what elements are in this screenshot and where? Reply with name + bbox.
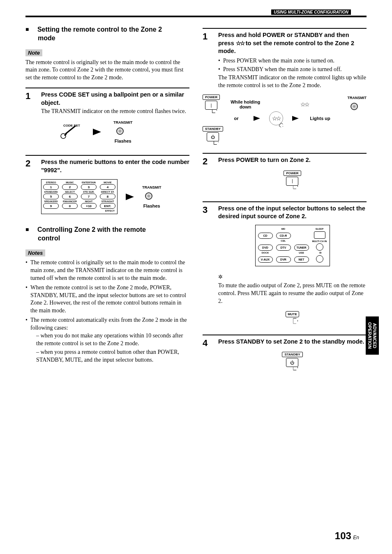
sidebar-tab: ADVANCED OPERATION	[366, 316, 379, 355]
header-rule	[25, 16, 367, 17]
kp-label: STANDARD	[43, 191, 59, 193]
step-head: Press and hold POWER or STANDBY and then…	[218, 31, 367, 55]
effect-label: EFFECT	[43, 210, 115, 212]
star-icon: ☆☆	[272, 115, 280, 122]
page-number-value: 103	[335, 530, 351, 541]
power-label: POWER	[203, 95, 220, 100]
sel-label: USB	[294, 252, 309, 254]
step-number: 4	[203, 338, 211, 379]
right-step-1: 1 Press and hold POWER or STANDBY and th…	[203, 31, 367, 90]
transmit-label: TRANSMIT	[142, 185, 161, 189]
sel-btn: DVD	[258, 245, 273, 251]
heading-controlling-zone2: Controlling Zone 2 with the remote contr…	[25, 226, 189, 243]
right-step-3: 3 Press one of the input selector button…	[203, 205, 367, 330]
sel-btn: NET	[294, 256, 309, 263]
heading-setting-remote: Setting the remote control to the Zone 2…	[25, 25, 189, 43]
sel-label: ☆☆	[312, 252, 327, 254]
kp-btn: 9	[43, 203, 59, 209]
standby-button-icon: STANDBY ⏻	[203, 126, 223, 145]
kp-label: NIGHT	[81, 200, 97, 203]
tip-text: To mute the audio output of Zone 2, pres…	[218, 282, 367, 305]
kp-label: SPEAKERS	[43, 200, 59, 203]
kp-label: SELECT	[62, 191, 78, 193]
note-item: The remote control automatically exits f…	[25, 316, 189, 364]
standby-label: STANDBY	[203, 126, 223, 132]
step-head: Press one of the input selector buttons …	[218, 205, 367, 221]
step-head: Press CODE SET using a ballpoint pen or …	[41, 91, 189, 107]
kp-label: STRAIGHT	[100, 200, 115, 203]
sel-btn: DTV	[276, 245, 291, 251]
transmit-label: TRANSMIT	[113, 120, 133, 125]
left-step-2: 2 Press the numeric buttons to enter the…	[25, 158, 189, 222]
rule	[203, 153, 367, 154]
heading-line2: control	[38, 234, 189, 243]
header-section-tag: USING MULTI-ZONE CONFIGURATION	[271, 9, 351, 15]
sel-label: MD	[276, 228, 291, 230]
note-body: The remote control is originally set to …	[25, 59, 189, 82]
kp-btn: 0	[62, 203, 78, 209]
numeric-keypad: STEREO1 MUSIC2 ENTERTAIN3 MOVIE4 STANDAR…	[41, 179, 118, 214]
step-number: 3	[203, 205, 211, 330]
power-standby-diagram: POWER | While holding down ☆☆ TRANSMIT	[203, 95, 367, 145]
sel-btn: V-AUX	[258, 256, 273, 263]
page-number-suffix: En	[353, 535, 359, 540]
kp-btn: 6	[62, 194, 78, 199]
step-head: Press the numeric buttons to enter the c…	[41, 158, 189, 174]
holding-label: While holding down	[229, 99, 262, 109]
step-head: Press STANDBY to set Zone 2 to the stand…	[218, 338, 367, 346]
kp-btn: ENT.	[100, 203, 115, 209]
kp-label: DIRECT ST.	[100, 191, 115, 193]
power-button-icon: POWER |	[284, 171, 301, 190]
kp-btn: 1	[43, 184, 59, 190]
kp-btn: 8	[100, 194, 115, 199]
bullet-item: Press POWER when the main zone is turned…	[218, 57, 367, 65]
sel-btn: TUNER	[294, 245, 309, 251]
star-button-icon: ☆☆	[269, 111, 283, 125]
led-icon	[113, 125, 127, 138]
tip-icon: ✲	[218, 274, 367, 280]
left-step-1: 1 Press CODE SET using a ballpoint pen o…	[25, 91, 189, 151]
star-icon: ☆☆	[236, 40, 244, 46]
kp-btn: 7	[81, 194, 97, 199]
flashes-label: Flashes	[142, 203, 161, 208]
sel-btn: DVR	[276, 256, 291, 263]
lights-up-label: Lights up	[308, 116, 332, 121]
codeset-diagram: CODE SET TRANSMIT Flashes	[56, 120, 189, 143]
kp-label: ENHANCER	[62, 200, 78, 203]
step-number: 2	[203, 156, 211, 197]
kp-label: STEREO	[43, 181, 59, 184]
arrow-right-icon	[292, 116, 299, 121]
notes-label: Notes	[25, 249, 45, 256]
standby-button-icon: STANDBY ⏻	[282, 352, 302, 371]
standby-label: STANDBY	[282, 352, 302, 357]
kp-btn: 4	[100, 184, 115, 190]
mute-button-icon: MUTE	[286, 311, 299, 323]
sel-btn: CD-R	[276, 233, 291, 239]
kp-btn: +10	[81, 203, 97, 209]
left-column: Setting the remote control to the Zone 2…	[25, 16, 189, 383]
arrow-right-icon	[93, 129, 101, 135]
sel-label: MULTI CH IN	[312, 240, 327, 242]
star-button-icon	[316, 255, 323, 263]
mute-label: MUTE	[286, 311, 299, 317]
note-subitem: when you do not make any operations with…	[30, 332, 189, 348]
kp-label: MOVIE	[100, 181, 115, 184]
sel-label: DOCK	[258, 252, 273, 254]
or-label: or	[228, 116, 244, 121]
right-step-4: 4 Press STANDBY to set Zone 2 to the sta…	[203, 338, 367, 379]
side-tab-b: OPERATION	[367, 322, 372, 349]
sel-btn: CD	[258, 233, 273, 239]
note-label: Note	[25, 49, 42, 56]
kp-btn: 3	[81, 184, 97, 190]
codeset-label: CODE SET	[63, 124, 80, 127]
note-text: The remote control automatically exits f…	[30, 317, 187, 331]
heading-line2: mode	[38, 34, 189, 43]
kp-btn: 5	[43, 194, 59, 199]
heading-line1: Controlling Zone 2 with the remote	[37, 226, 146, 233]
arrow-right-icon	[126, 194, 134, 200]
notes-list: The remote control is originally set to …	[25, 259, 189, 364]
rule	[203, 201, 367, 202]
svg-point-0	[61, 134, 66, 138]
transmit-label: TRANSMIT	[348, 96, 367, 100]
rule	[203, 28, 367, 29]
